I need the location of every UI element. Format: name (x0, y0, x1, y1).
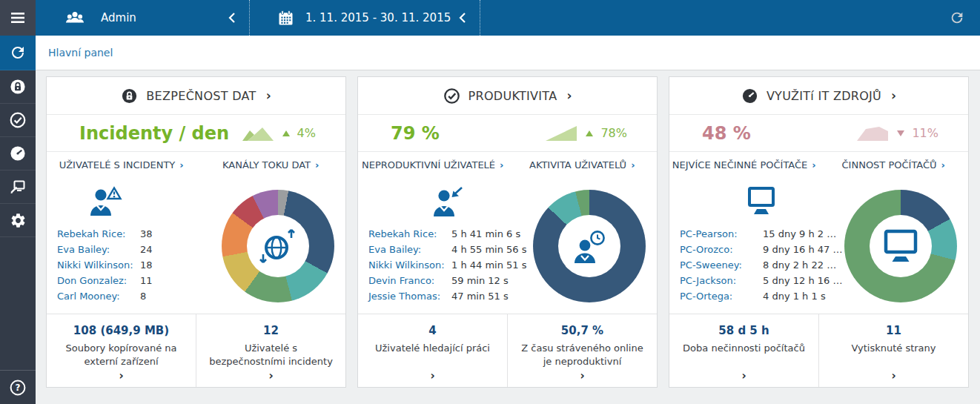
stat-computer-idle-time[interactable]: 58 d 5 h Doba nečinnosti počítačů › (669, 314, 818, 387)
trend-down-icon (897, 130, 904, 136)
sidebar-item-data-security[interactable] (0, 70, 36, 104)
trend-row: 48 % 11% (669, 115, 968, 152)
chevron-right-icon: › (941, 159, 945, 170)
menu-button[interactable] (0, 0, 36, 36)
svg-text:?: ? (16, 383, 21, 393)
breadcrumb-bar: Hlavní panel (36, 36, 980, 70)
metric-value: Incidenty / den (79, 123, 229, 144)
stat-printed-pages[interactable]: 11 Vytisknuté strany › (818, 314, 968, 387)
list-item-value: 4 dny 1 h 1 s (763, 288, 826, 304)
panel-it-usage: VYUŽITí IT ZDROJŮ › 48 % 11% NEJVÍCE NEČ… (669, 76, 969, 388)
list-item: PC-Ortega:4 dny 1 h 1 s (680, 288, 842, 304)
panel-title-link-productivity[interactable]: PRODUKTIVITA › (358, 77, 657, 115)
calendar-icon (278, 10, 294, 26)
user-unproductive-icon (368, 185, 527, 219)
stat-label: Doba nečinnosti počítačů (680, 342, 808, 355)
stat-value: 108 (649,9 MB) (57, 324, 185, 337)
list-item-value: 11 (140, 273, 153, 288)
list-item: Rebekah Rice:38 (57, 226, 153, 242)
donut-chart-user-activity[interactable] (533, 190, 646, 302)
list-item-value: 4 h 55 min 56 s (451, 242, 527, 257)
list-item-value: 8 (140, 288, 146, 304)
chevron-right-icon: › (508, 369, 657, 383)
sidebar-item-settings[interactable] (0, 204, 36, 237)
trend-row: Incidenty / den 4% (47, 115, 345, 152)
idle-computers-list: PC-Pearson:15 dny 9 h 2 …PC-Orozco:9 dny… (680, 226, 842, 304)
donut-hole (870, 215, 932, 277)
stat-label: Z času stráveného online je neproduktivn… (518, 342, 646, 368)
dashboard-refresh-icon (9, 44, 27, 62)
sidebar: ? (0, 36, 36, 404)
donut-hole (247, 215, 309, 277)
panel-body: PC-Pearson:15 dny 9 h 2 …PC-Orozco:9 dny… (669, 178, 968, 314)
link-unproductive-users[interactable]: NEPRODUKTIVNÍ UŽIVATELÉ› (358, 159, 508, 170)
trend-up-icon (282, 130, 290, 136)
link-computer-activity[interactable]: ČINNOST POČÍTAČŮ› (819, 159, 969, 170)
globe-data-flow-icon (256, 225, 299, 267)
stat-users-with-incidents[interactable]: 12 Uživatelé s bezpečnostními incidenty … (196, 314, 345, 387)
top-computers-block: PC-Pearson:15 dny 9 h 2 …PC-Orozco:9 dny… (669, 178, 834, 314)
help-icon: ? (9, 379, 27, 397)
panel-stats: 108 (649,9 MB) Soubory kopírované na ext… (47, 314, 345, 387)
list-item: Don Gonzalez:11 (57, 273, 153, 288)
trend-up-icon (586, 130, 593, 136)
stat-label: Soubory kopírované na externí zařízení (57, 342, 185, 368)
panel-title-link-it-usage[interactable]: VYUŽITí IT ZDROJŮ › (669, 77, 968, 115)
chevron-left-icon[interactable] (455, 9, 469, 27)
chevron-right-icon: › (819, 369, 968, 383)
date-range-selector[interactable]: 1. 11. 2015 - 30. 11. 2015 (250, 0, 480, 36)
list-item-value: 5 dny 12 h 16 … (763, 273, 842, 288)
stat-unproductive-online-time[interactable]: 50,7 % Z času stráveného online je nepro… (507, 314, 657, 387)
user-clock-icon (569, 228, 610, 265)
list-item-name: Jessie Thomas: (368, 288, 451, 304)
trend-percent: 78% (600, 126, 627, 140)
date-range-label: 1. 11. 2015 - 30. 11. 2015 (305, 11, 451, 24)
stat-files-copied[interactable]: 108 (649,9 MB) Soubory kopírované na ext… (47, 314, 196, 387)
refresh-icon[interactable] (949, 10, 965, 26)
list-item: Eva Bailey:4 h 55 min 56 s (368, 242, 527, 257)
sidebar-item-productivity[interactable] (0, 104, 36, 137)
sidebar-item-help[interactable]: ? (0, 370, 36, 404)
settings-gear-icon (10, 212, 27, 229)
trend-percent: 4% (297, 126, 316, 140)
chevron-right-icon: › (891, 88, 896, 103)
reports-monitor-pen-icon (9, 178, 27, 196)
chevron-right-icon: › (196, 369, 345, 383)
panel-title: PRODUKTIVITA (469, 89, 557, 103)
sidebar-item-it-usage[interactable] (0, 137, 36, 170)
list-item-name: Nikki Wilkinson: (57, 257, 140, 273)
stat-label: Vytisknuté strany (830, 342, 958, 355)
breadcrumb[interactable]: Hlavní panel (48, 47, 113, 59)
stat-label: Uživatelé s bezpečnostními incidenty (207, 342, 335, 368)
unproductive-users-list: Rebekah Rice:5 h 41 min 6 sEva Bailey:4 … (368, 226, 527, 304)
panel-title-link-data-security[interactable]: BEZPEČNOST DAT › (47, 77, 345, 115)
data-security-lock-icon (9, 78, 27, 96)
stat-value: 50,7 % (518, 324, 646, 337)
donut-chart-data-channels[interactable] (222, 190, 334, 302)
link-label: KANÁLY TOKU DAT (222, 159, 311, 170)
sidebar-item-reports[interactable] (0, 170, 36, 204)
user-selector[interactable]: Admin (36, 0, 250, 36)
link-users-with-incidents[interactable]: UŽIVATELÉ S INCIDENTY› (47, 159, 196, 170)
list-item-name: Rebekah Rice: (57, 226, 140, 242)
area-chart-icon (241, 125, 275, 142)
sidebar-item-dashboard[interactable] (0, 36, 36, 70)
stat-users-seeking-job[interactable]: 4 Uživatelé hledající práci › (358, 314, 507, 387)
chevron-left-icon[interactable] (225, 9, 239, 27)
panel-stats: 58 d 5 h Doba nečinnosti počítačů › 11 V… (669, 314, 968, 387)
list-item-name: Devin Franco: (368, 273, 451, 288)
link-most-idle-computers[interactable]: NEJVÍCE NEČINNÉ POČÍTAČE› (669, 159, 819, 170)
donut-block (211, 178, 345, 314)
list-item-value: 5 h 41 min 6 s (451, 226, 520, 242)
trend-row: 79 % 78% (358, 115, 657, 152)
list-item-name: Don Gonzalez: (57, 273, 140, 288)
chevron-right-icon: › (315, 159, 319, 170)
monitor-icon (680, 185, 842, 219)
link-data-flow-channels[interactable]: KANÁLY TOKU DAT› (196, 159, 346, 170)
link-label: NEPRODUKTIVNÍ UŽIVATELÉ (362, 159, 495, 170)
donut-chart-computer-activity[interactable] (844, 190, 957, 302)
list-item-name: Nikki Wilkinson: (368, 257, 451, 273)
link-user-activity[interactable]: AKTIVITA UŽIVATELŮ› (508, 159, 658, 170)
panel-links: NEJVÍCE NEČINNÉ POČÍTAČE› ČINNOST POČÍTA… (669, 152, 968, 178)
panel-data-security: BEZPEČNOST DAT › Incidenty / den 4% UŽIV… (46, 76, 346, 388)
